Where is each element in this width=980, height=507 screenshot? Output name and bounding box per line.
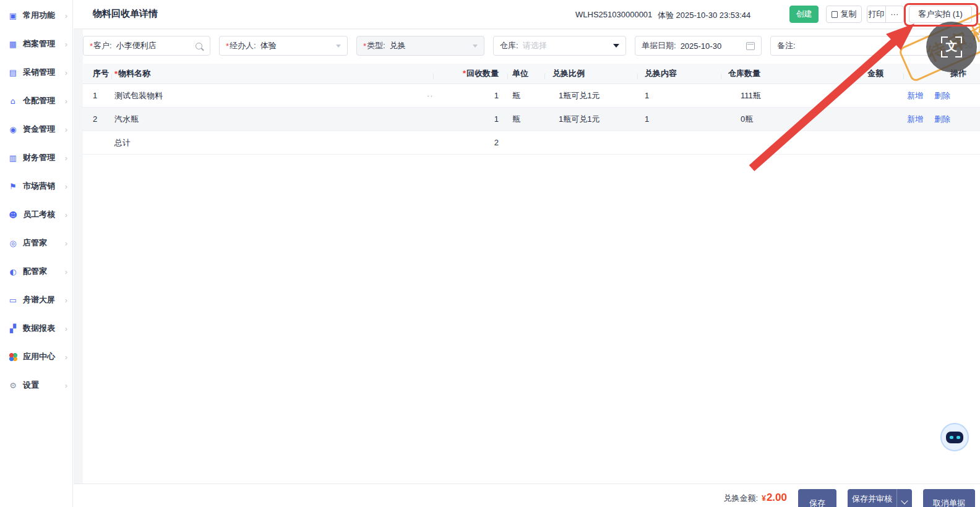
page-title: 物料回收单详情 [93,8,158,20]
chevron-right-icon: › [65,381,67,390]
sidebar-module-icon: ◎ [8,239,18,248]
sidebar-module-icon: ◉ [8,125,18,134]
order-number: WLHS251030000001 [575,10,652,19]
chevron-right-icon: › [65,96,67,106]
copy-button[interactable]: 复制 [826,6,862,23]
table-header-row: 序号 *物料名称 *回收数量 单位 兑换比例 兑换内容 仓库数量 金额 操作 [83,64,980,84]
more-actions-button[interactable]: ··· [886,6,904,22]
row-add-link[interactable]: 新增 [907,90,923,101]
chevron-right-icon: › [65,68,67,77]
sidebar-item-big-screen[interactable]: ▭ 舟谱大屏 › [0,286,72,314]
chevron-right-icon: › [65,210,67,219]
filter-row: * 客户: 小李便利店 * 经办人: 体验 * 类型: 兑换 仓库: 请选择 [83,36,979,56]
date-field[interactable]: 单据日期: 2025-10-30 [635,36,762,56]
sidebar-item-marketing[interactable]: ⚑ 市场营销 › [0,172,72,200]
print-more-button-group: 打印 ··· [867,6,904,23]
chevron-down-icon [901,497,908,504]
currency-symbol: ¥ [762,494,766,503]
sidebar-module-icon: ☻ [8,210,18,219]
table-total-row: 总计 2 [83,131,980,155]
sidebar-module-icon: ▦ [8,40,18,49]
operator-timestamp: 体验 2025-10-30 23:53:44 [658,10,750,21]
chevron-right-icon: › [65,324,67,333]
items-table: 序号 *物料名称 *回收数量 单位 兑换比例 兑换内容 仓库数量 金额 操作 1… [83,64,980,155]
save-button[interactable]: 保存 [798,489,836,507]
row-delete-link[interactable]: 删除 [934,90,950,101]
app-root: ▣ 常用功能 › ▦ 档案管理 › ▤ 采销管理 › ⌂ 仓配管理 › [0,0,980,507]
print-button[interactable]: 打印 [867,6,886,22]
sidebar-module-icon: ⚑ [8,182,18,191]
customer-field[interactable]: * 客户: 小李便利店 [83,36,210,56]
chevron-right-icon: › [65,11,67,20]
sidebar: ▣ 常用功能 › ▦ 档案管理 › ▤ 采销管理 › ⌂ 仓配管理 › [0,0,73,507]
chevron-right-icon: › [65,153,67,163]
sidebar-module-icon: ▣ [8,11,18,20]
chevron-right-icon: › [65,40,67,49]
bottom-action-bar: 兑换金额: ¥ 2.00 保存 保存并审核 审核后人工兑付 取消单据 [74,484,980,507]
cancel-order-button[interactable]: 取消单据 [923,489,975,507]
handler-select[interactable]: * 经办人: 体验 [219,36,348,56]
sidebar-item-reports[interactable]: ▞ 数据报表 › [0,314,72,343]
sidebar-item-delivery-keeper[interactable]: ◐ 配管家 › [0,257,72,286]
save-and-audit-button[interactable]: 保存并审核 审核后人工兑付 [848,489,912,507]
recycle-qty-cell[interactable]: 1 [433,114,507,124]
topbar: 物料回收单详情 WLHS251030000001 体验 2025-10-30 2… [74,0,980,29]
sidebar-item-funds[interactable]: ◉ 资金管理 › [0,115,72,143]
sidebar-module-icon [8,353,18,361]
warehouse-select[interactable]: 仓库: 请选择 [493,36,626,56]
detail-panel: * 客户: 小李便利店 * 经办人: 体验 * 类型: 兑换 仓库: 请选择 [83,30,980,484]
highlight-box-annotation [904,3,978,27]
sidebar-item-settings[interactable]: ⚙ 设置 › [0,371,72,399]
row-more-icon[interactable]: ··· [427,91,433,100]
chevron-right-icon: › [65,239,67,248]
sidebar-item-warehouse[interactable]: ⌂ 仓配管理 › [0,87,72,115]
caret-down-icon [473,45,478,48]
sidebar-module-icon: ▤ [8,68,18,77]
caret-down-icon [336,45,341,48]
table-body: 1 测试包装物料 ··· 1 瓶 1瓶可兑1元 1 111瓶 新增 [83,84,980,131]
chevron-right-icon: › [65,125,67,134]
search-icon [196,43,202,49]
create-status-button[interactable]: 创建 [789,6,819,23]
capture-translate-icon: 文 [941,36,962,58]
chevron-right-icon: › [65,182,67,191]
sidebar-item-finance[interactable]: ▥ 财务管理 › [0,143,72,172]
table-row-测试包装物料: 1 测试包装物料 ··· 1 瓶 1瓶可兑1元 1 111瓶 新增 [83,84,980,108]
sidebar-module-icon: ⚙ [8,381,18,390]
capture-cursor-overlay: 文 [926,22,977,72]
table-row-汽水瓶: 2 汽水瓶 1 瓶 1瓶可兑1元 1 0瓶 新增 删除 [83,108,980,131]
calendar-icon [746,42,755,50]
type-select-disabled: * 类型: 兑换 [356,36,484,56]
sidebar-module-icon: ⌂ [8,96,18,106]
chevron-right-icon: › [65,267,67,276]
exchange-amount: 兑换金额: ¥ 2.00 [724,492,787,504]
recycle-qty-cell[interactable]: 1 [433,91,507,100]
row-delete-link[interactable]: 删除 [934,114,950,125]
sidebar-module-icon: ▭ [8,296,18,305]
chevron-right-icon: › [65,352,67,362]
sidebar-item-app-center[interactable]: 应用中心 › [0,343,72,371]
row-add-link[interactable]: 新增 [907,114,923,125]
chevron-right-icon: › [65,296,67,305]
sidebar-module-icon: ◐ [8,267,18,276]
copy-icon [832,11,838,18]
sidebar-item-staff[interactable]: ☻ 员工考核 › [0,200,72,229]
sidebar-module-icon: ▞ [8,324,18,333]
ai-assistant-button[interactable] [940,423,969,451]
sidebar-item-purchase-sales[interactable]: ▤ 采销管理 › [0,58,72,87]
save-options-dropdown[interactable] [896,489,912,507]
sidebar-item-common[interactable]: ▣ 常用功能 › [0,1,72,30]
sidebar-module-icon: ▥ [8,153,18,163]
caret-down-icon [613,44,619,48]
sidebar-item-archives[interactable]: ▦ 档案管理 › [0,30,72,58]
sidebar-item-store-keeper[interactable]: ◎ 店管家 › [0,229,72,257]
robot-icon [946,432,963,443]
